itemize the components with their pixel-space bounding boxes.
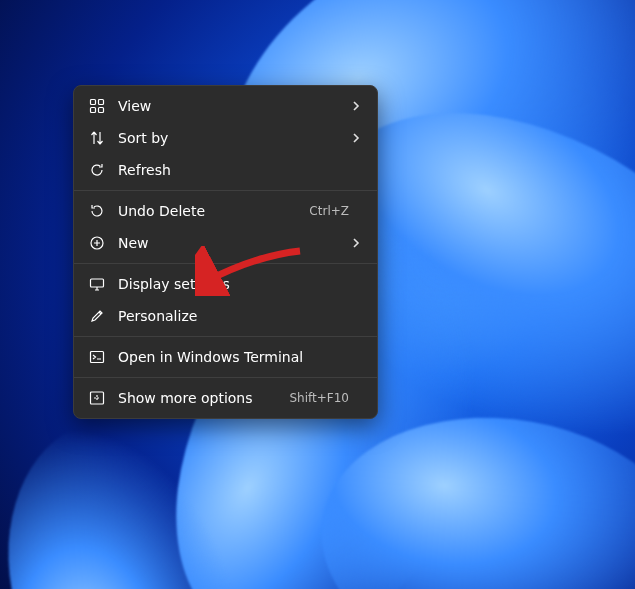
personalize-icon — [88, 307, 106, 325]
menu-item-sort-by[interactable]: Sort by — [74, 122, 377, 154]
sort-icon — [88, 129, 106, 147]
menu-item-open-terminal[interactable]: Open in Windows Terminal — [74, 341, 377, 373]
refresh-icon — [88, 161, 106, 179]
menu-item-shortcut: Ctrl+Z — [309, 204, 349, 218]
more-icon — [88, 389, 106, 407]
chevron-right-icon — [349, 133, 363, 143]
menu-item-label: View — [118, 98, 349, 114]
menu-item-label: New — [118, 235, 349, 251]
menu-item-label: Refresh — [118, 162, 349, 178]
menu-separator — [74, 336, 377, 337]
menu-separator — [74, 263, 377, 264]
menu-separator — [74, 190, 377, 191]
menu-item-label: Display settings — [118, 276, 349, 292]
menu-item-label: Undo Delete — [118, 203, 299, 219]
terminal-icon — [88, 348, 106, 366]
chevron-right-icon — [349, 238, 363, 248]
menu-item-refresh[interactable]: Refresh — [74, 154, 377, 186]
menu-item-show-more-options[interactable]: Show more options Shift+F10 — [74, 382, 377, 414]
menu-item-label: Sort by — [118, 130, 349, 146]
menu-item-new[interactable]: New — [74, 227, 377, 259]
menu-item-undo-delete[interactable]: Undo Delete Ctrl+Z — [74, 195, 377, 227]
menu-item-label: Open in Windows Terminal — [118, 349, 349, 365]
chevron-right-icon — [349, 101, 363, 111]
menu-item-display-settings[interactable]: Display settings — [74, 268, 377, 300]
menu-item-view[interactable]: View — [74, 90, 377, 122]
menu-item-personalize[interactable]: Personalize — [74, 300, 377, 332]
menu-separator — [74, 377, 377, 378]
svg-rect-2 — [91, 108, 96, 113]
view-icon — [88, 97, 106, 115]
svg-rect-3 — [99, 108, 104, 113]
svg-rect-0 — [91, 100, 96, 105]
menu-item-label: Personalize — [118, 308, 349, 324]
svg-rect-1 — [99, 100, 104, 105]
menu-item-label: Show more options — [118, 390, 279, 406]
svg-rect-5 — [91, 279, 104, 287]
menu-item-shortcut: Shift+F10 — [289, 391, 349, 405]
new-icon — [88, 234, 106, 252]
display-icon — [88, 275, 106, 293]
desktop-context-menu: View Sort by Refresh Undo Delete Ctrl+Z … — [73, 85, 378, 419]
undo-icon — [88, 202, 106, 220]
svg-rect-6 — [91, 352, 104, 363]
